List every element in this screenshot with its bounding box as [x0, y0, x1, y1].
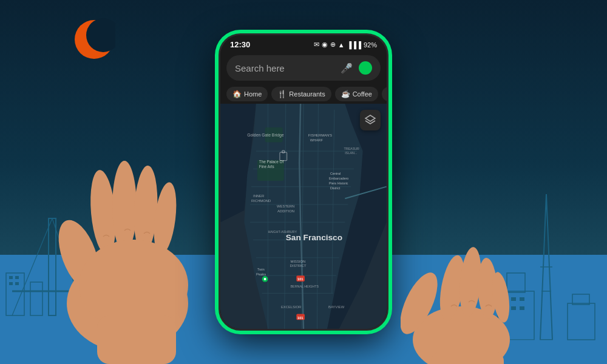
chip-bars[interactable]: 🍸 B…	[382, 87, 387, 101]
svg-rect-15	[15, 276, 19, 279]
svg-text:HAIGHT-ASHBURY: HAIGHT-ASHBURY	[268, 230, 297, 234]
svg-text:INNER: INNER	[253, 194, 264, 198]
map-svg: Golden Gate Bridge The Palace Of Fine Ar…	[220, 104, 387, 329]
category-chips: 🏠 Home 🍴 Restaurants ☕ Coffee 🍸 B…	[220, 84, 387, 104]
svg-point-35	[112, 161, 137, 252]
svg-text:FISHERMAN'S: FISHERMAN'S	[308, 133, 333, 137]
svg-text:Golden Gate Bridge: Golden Gate Bridge	[247, 133, 284, 138]
svg-text:WHARF: WHARF	[310, 138, 324, 142]
chip-coffee[interactable]: ☕ Coffee	[335, 87, 378, 101]
fork-icon: 🍴	[277, 90, 287, 98]
svg-rect-17	[15, 282, 19, 285]
svg-text:San Francisco: San Francisco	[286, 233, 342, 242]
svg-text:BERNAL HEIGHTS: BERNAL HEIGHTS	[291, 285, 319, 288]
signal-icon: ▐▐▐	[347, 41, 361, 49]
chip-restaurants[interactable]: 🍴 Restaurants	[271, 87, 331, 101]
map-area[interactable]: Golden Gate Bridge The Palace Of Fine Ar…	[220, 104, 387, 329]
svg-text:Fine Arts: Fine Arts	[259, 164, 274, 169]
svg-text:Central: Central	[330, 172, 341, 175]
moon	[73, 18, 115, 61]
svg-rect-30	[568, 303, 595, 340]
chip-restaurants-label: Restaurants	[289, 90, 325, 98]
search-bar[interactable]: Search here 🎤	[226, 55, 381, 81]
message-icon: ✉	[314, 41, 319, 49]
svg-text:WESTERN: WESTERN	[277, 204, 294, 208]
search-input[interactable]: Search here	[235, 63, 334, 73]
svg-rect-11	[30, 282, 42, 315]
svg-line-5	[12, 218, 52, 315]
map-layer-button[interactable]	[360, 110, 381, 130]
svg-rect-14	[9, 276, 13, 279]
svg-text:101: 101	[297, 277, 304, 281]
svg-text:Peaks: Peaks	[256, 272, 266, 276]
chip-home-label: Home	[244, 90, 262, 98]
chip-coffee-label: Coffee	[353, 90, 372, 98]
svg-text:ISLAN...: ISLAN...	[345, 151, 357, 155]
phone: 12:30 ✉ ◉ ⊕ ▲ ▐▐▐ 92% Search here 🎤 🏠 Ho…	[219, 33, 388, 331]
svg-text:TREASUR: TREASUR	[344, 147, 359, 150]
status-time: 12:30	[230, 40, 250, 49]
green-dot-button[interactable]	[359, 61, 372, 75]
microphone-icon[interactable]: 🎤	[341, 62, 353, 74]
location-icon: ◉	[322, 41, 328, 49]
chip-home[interactable]: 🏠 Home	[226, 87, 268, 101]
wifi-icon: ▲	[338, 41, 345, 49]
svg-text:Embarcadero: Embarcadero	[329, 177, 348, 180]
home-icon: 🏠	[232, 90, 242, 98]
battery-text: 92%	[364, 41, 377, 49]
svg-text:EXCELSIOR: EXCELSIOR	[281, 305, 301, 309]
status-icons: ✉ ◉ ⊕ ▲ ▐▐▐ 92%	[314, 41, 377, 49]
right-hand	[401, 206, 522, 364]
svg-rect-10	[6, 273, 24, 315]
svg-text:101: 101	[297, 316, 304, 320]
svg-rect-39	[97, 315, 176, 364]
coffee-icon: ☕	[341, 90, 350, 98]
svg-rect-16	[9, 282, 13, 285]
status-bar: 12:30 ✉ ◉ ⊕ ▲ ▐▐▐ 92%	[220, 35, 387, 52]
svg-text:ADDITION: ADDITION	[277, 209, 294, 213]
svg-text:BAYVIEW: BAYVIEW	[328, 305, 345, 309]
svg-text:DISTRICT: DISTRICT	[290, 264, 307, 268]
svg-rect-95	[431, 352, 504, 364]
svg-point-77	[264, 278, 266, 280]
svg-text:RICHMOND: RICHMOND	[251, 199, 271, 203]
svg-text:Piers Historic: Piers Historic	[329, 181, 348, 185]
vpn-icon: ⊕	[330, 41, 336, 49]
svg-text:Twin: Twin	[257, 268, 265, 271]
svg-text:MISSION: MISSION	[291, 260, 306, 263]
left-hand	[49, 85, 206, 364]
svg-text:District: District	[330, 186, 341, 190]
